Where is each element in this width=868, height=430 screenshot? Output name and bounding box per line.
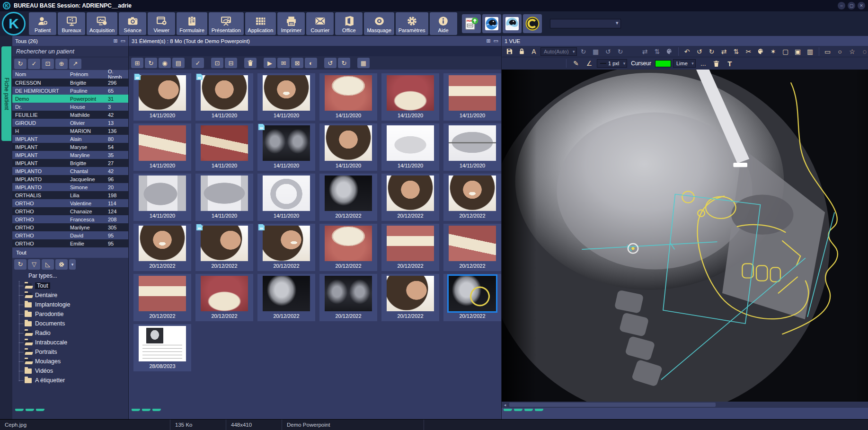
flip-h2-button[interactable]: ⇄ <box>718 46 730 56</box>
refresh-button[interactable]: ↻ <box>145 58 157 68</box>
rotate-left-button[interactable]: ↺ <box>602 46 614 56</box>
toolbar-button[interactable]: Office <box>335 12 363 35</box>
patient-row[interactable]: IMPLANTO Chantal 42 <box>12 167 128 175</box>
column-nom[interactable]: Nom <box>12 71 70 77</box>
toolbar-button[interactable]: Présentation <box>209 12 244 35</box>
lock-button[interactable] <box>516 46 527 56</box>
paste-button[interactable]: ⊟ <box>225 58 237 68</box>
tree-item-tout[interactable]: Tout <box>12 281 128 290</box>
cursor-color-dropdown[interactable]: Lime <box>673 59 696 68</box>
viewer-tab-2-vues[interactable] <box>514 409 523 411</box>
video-button[interactable]: ▶ <box>264 58 276 68</box>
grid-button[interactable]: ▦ <box>590 46 602 56</box>
refresh-button[interactable]: ↻ <box>14 59 27 69</box>
left-tab-tout[interactable] <box>15 409 24 411</box>
grid-view-icon[interactable]: ⊞ <box>486 38 490 44</box>
patient-row[interactable]: IMPLANT Brigitte 27 <box>12 159 128 167</box>
tree-item-a-tiquetter[interactable]: A étiquetter <box>12 376 128 385</box>
xray-viewer-canvas[interactable] <box>502 70 868 402</box>
toolbar-button[interactable]: Séance <box>119 12 146 35</box>
gallery-item[interactable]: 14/11/2020 <box>443 73 501 121</box>
c-coin-button[interactable] <box>523 14 542 33</box>
refresh-button[interactable]: ↻ <box>14 259 27 270</box>
gallery-item[interactable]: 14/11/2020 <box>257 123 315 171</box>
tree-item-dentaire[interactable]: Dentaire <box>12 290 128 300</box>
gallery-item[interactable]: 20/12/2022 <box>257 224 315 271</box>
left-tab-quoi[interactable] <box>36 409 44 411</box>
rotate-right-button[interactable]: ↻ <box>615 46 626 56</box>
gallery-item[interactable]: 14/11/2020 <box>443 123 501 171</box>
toolbar-button[interactable]: Formulaire <box>177 12 207 35</box>
toolbar-button[interactable]: Aide <box>430 12 457 35</box>
menu-item-image[interactable] <box>140 50 150 52</box>
gallery-item[interactable]: 20/12/2022 <box>443 274 501 321</box>
patient-row[interactable]: FEUILLIE Mathilde 42 <box>12 111 128 119</box>
delete-button[interactable] <box>244 58 257 68</box>
quick-select-dropdown[interactable] <box>550 19 621 28</box>
gallery-item[interactable]: 14/11/2020 <box>195 123 253 171</box>
gallery-item[interactable]: 20/12/2022 <box>319 174 377 221</box>
export-button[interactable]: ↗ <box>69 59 81 69</box>
viewer-tab-portfolio-0-0-s-lection-s[interactable] <box>535 409 543 411</box>
patient-row[interactable]: Dr. House 3 <box>12 103 128 111</box>
toolbar-button[interactable]: Application <box>245 12 276 35</box>
gallery-item[interactable]: 20/12/2022 <box>133 224 191 271</box>
viewer-tab-gabarits[interactable] <box>524 409 533 411</box>
protractor-button[interactable]: ∠ <box>584 59 595 69</box>
toolbar-button[interactable]: Paramètres <box>396 12 428 35</box>
menu-item-export[interactable] <box>178 50 187 52</box>
mask-button[interactable]: ⊠ <box>291 58 303 68</box>
select-rect-button[interactable]: ▭ <box>822 46 833 56</box>
flip-v2-button[interactable]: ⇅ <box>731 46 742 56</box>
text-tool-button[interactable]: T <box>724 59 735 69</box>
gallery-item[interactable]: 20/12/2022 <box>381 274 439 321</box>
patient-search-input[interactable] <box>12 46 128 57</box>
contrast-button[interactable]: ◐ <box>305 58 317 68</box>
gallery-item[interactable]: 20/12/2022 <box>443 174 501 221</box>
refresh-button[interactable]: ↻ <box>578 46 589 56</box>
menu-item-affichage[interactable] <box>150 50 159 52</box>
gallery-item[interactable]: 20/12/2022 <box>381 224 439 271</box>
gallery-item[interactable]: 14/11/2020 <box>195 73 253 121</box>
collapse-panel-icon[interactable]: ▭ <box>121 38 125 44</box>
pdf-export-button[interactable]: PDF <box>462 14 481 33</box>
crop-button[interactable]: ✂ <box>743 46 754 56</box>
gallery-tab-iconographie[interactable] <box>132 409 140 411</box>
record-button[interactable]: ◉ <box>159 58 171 68</box>
patient-row[interactable]: ORTHO Chanaize 124 <box>12 207 128 215</box>
viewer-horizontal-scrollbar[interactable]: ◂ ▸ <box>502 402 868 408</box>
gallery-item[interactable]: 14/11/2020 <box>195 174 253 221</box>
gallery-item[interactable]: 14/11/2020 <box>133 73 191 121</box>
tiles-button[interactable]: ⊞ <box>131 58 143 68</box>
gallery-item[interactable]: 14/11/2020 <box>381 123 439 171</box>
palette2-button[interactable] <box>755 46 767 56</box>
mail-button[interactable]: ✉ <box>277 58 290 68</box>
rotate-right2-button[interactable]: ↻ <box>706 46 717 56</box>
settings-caret-button[interactable]: ▾ <box>69 259 76 270</box>
types-label[interactable]: Par types... <box>12 271 128 281</box>
delete-annotation-button[interactable] <box>711 59 722 69</box>
collapse-panel-icon[interactable]: ▭ <box>494 38 498 44</box>
zoom-dropdown[interactable]: Auto(Auto) <box>540 47 577 56</box>
patient-row[interactable]: ORTHO David 95 <box>12 231 128 239</box>
gallery-item[interactable]: 20/12/2022 <box>381 174 439 221</box>
patient-row[interactable]: IMPLANT Maryline 35 <box>12 151 128 159</box>
viewer-tab-1-vue[interactable] <box>504 409 512 411</box>
add-patient-button[interactable]: ⊕ <box>55 59 68 69</box>
gallery-item[interactable]: 14/11/2020 <box>257 73 315 121</box>
column-prenom[interactable]: Prénom <box>70 71 108 77</box>
tree-item-documents[interactable]: Documents <box>12 319 128 328</box>
toolbar-button[interactable]: Masquage <box>364 12 394 35</box>
duplicate-button[interactable]: ⊡ <box>42 59 54 69</box>
patient-row[interactable]: IMPLANTO Jacqueline 96 <box>12 175 128 183</box>
toolbar-button[interactable]: Patient <box>29 12 56 35</box>
patient-row[interactable]: IMPLANT Maryse 54 <box>12 143 128 151</box>
menu-item-patient[interactable] <box>168 50 178 52</box>
scrollbar-thumb[interactable] <box>509 403 716 407</box>
settings-button[interactable] <box>55 259 68 270</box>
select-star-button[interactable]: ☆ <box>847 46 858 56</box>
toolbar-button[interactable]: Imprimer <box>277 12 305 35</box>
filter-stats-button[interactable]: ◺ <box>42 259 54 270</box>
font-button[interactable]: A <box>528 46 540 56</box>
rotate-right-button[interactable]: ↻ <box>338 58 350 68</box>
